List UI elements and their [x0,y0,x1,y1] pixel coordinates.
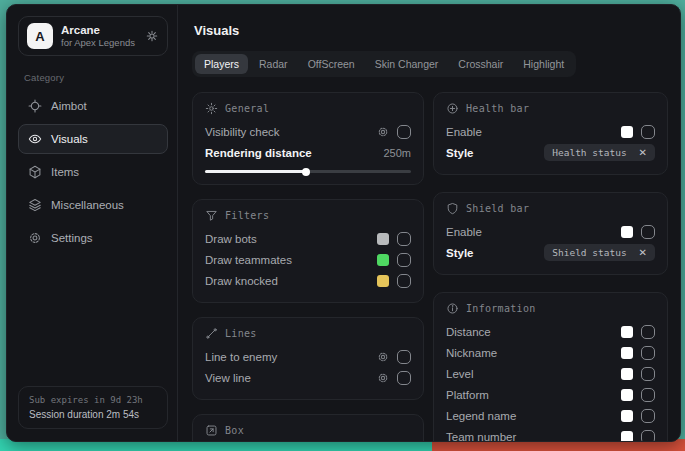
option-label: Enable [446,226,482,238]
gear-icon[interactable] [145,29,159,43]
color-swatch[interactable] [621,389,633,401]
option-label: Draw knocked [205,275,278,287]
checkbox-distance[interactable] [641,325,655,339]
color-swatch[interactable] [621,347,633,359]
card-health-bar-header: Health bar [446,102,655,115]
category-label: Category [24,72,162,83]
shield-style-select[interactable]: Shield status ✕ [544,244,655,261]
app-logo: A [27,23,53,49]
layers-icon [28,198,42,212]
option-row-level: Level [446,363,655,384]
color-swatch[interactable] [621,126,633,138]
option-label: Platform [446,389,489,401]
tab-skin-changer[interactable]: Skin Changer [366,54,448,74]
content-area: General Visibility check [192,92,668,441]
option-row-health-enable: Enable [446,121,655,142]
checkbox-nickname[interactable] [641,346,655,360]
card-title: Box [225,425,244,436]
option-row-team-number: Team number [446,426,655,441]
checkbox-level[interactable] [641,367,655,381]
sidebar-item-items[interactable]: Items [18,157,168,187]
card-shield-bar: Shield bar Enable Style Shield status [433,192,668,275]
selected-value: Health status [552,147,626,158]
card-general: General Visibility check [192,92,424,185]
checkbox-legend-name[interactable] [641,409,655,423]
shield-icon [446,202,459,215]
rendering-distance-slider[interactable] [205,170,411,173]
color-swatch[interactable] [377,233,389,245]
color-swatch[interactable] [621,368,633,380]
sidebar-item-aimbot[interactable]: Aimbot [18,91,168,121]
color-swatch[interactable] [377,275,389,287]
sidebar-item-miscellaneous[interactable]: Miscellaneous [18,190,168,220]
sidebar-item-label: Items [51,166,79,178]
checkbox-platform[interactable] [641,388,655,402]
sub-expires-text: Sub expires in 9d 23h [29,395,157,405]
option-row-draw-teammates: Draw teammates [205,249,411,270]
sidebar-item-label: Visuals [51,133,88,145]
gear-icon[interactable] [377,351,389,363]
option-row-visibility-check: Visibility check [205,121,411,142]
option-label: Visibility check [205,126,280,138]
color-swatch[interactable] [621,431,633,442]
color-swatch[interactable] [377,254,389,266]
color-swatch[interactable] [621,326,633,338]
gear-icon[interactable] [377,126,389,138]
option-row-rendering-distance: Rendering distance 250m [205,142,411,163]
card-lines-header: Lines [205,327,411,340]
sidebar-item-visuals[interactable]: Visuals [18,124,168,154]
app-subtitle: for Apex Legends [61,37,135,49]
tab-players[interactable]: Players [195,54,248,74]
card-title: General [225,103,269,114]
checkbox-team-number[interactable] [641,430,655,442]
checkbox-draw-knocked[interactable] [397,274,411,288]
checkbox-health-enable[interactable] [641,125,655,139]
tab-radar[interactable]: Radar [250,54,297,74]
option-label: View line [205,372,251,384]
checkbox-shield-enable[interactable] [641,225,655,239]
slider-thumb[interactable] [302,168,310,176]
card-title: Shield bar [466,203,529,214]
card-general-header: General [205,102,411,115]
tab-crosshair[interactable]: Crosshair [449,54,512,74]
sidebar: A Arcane for Apex Legends Category Aimbo… [7,5,178,441]
option-row-nickname: Nickname [446,342,655,363]
brightness-icon [205,102,218,115]
tab-highlight[interactable]: Highlight [514,54,573,74]
gear-icon[interactable] [377,372,389,384]
color-swatch[interactable] [621,410,633,422]
health-style-select[interactable]: Health status ✕ [544,144,655,161]
checkbox-view-line[interactable] [397,371,411,385]
tab-offscreen[interactable]: OffScreen [299,54,364,74]
option-label: Draw bots [205,233,257,245]
option-row-platform: Platform [446,384,655,405]
option-label: Enable [446,126,482,138]
sidebar-item-settings[interactable]: Settings [18,223,168,253]
option-label: Team number [446,431,516,442]
page-title: Visuals [194,23,668,38]
color-swatch[interactable] [621,226,633,238]
close-icon[interactable]: ✕ [639,248,647,258]
option-row-draw-bots: Draw bots [205,228,411,249]
checkbox-draw-bots[interactable] [397,232,411,246]
option-row-shield-style: Style Shield status ✕ [446,242,655,263]
card-filters: Filters Draw bots Draw teammates [192,199,424,303]
slider-fill [205,170,306,173]
option-label: Level [446,368,474,380]
option-row-draw-knocked: Draw knocked [205,270,411,291]
checkbox-visibility-check[interactable] [397,125,411,139]
checkbox-draw-teammates[interactable] [397,253,411,267]
circle-plus-icon [446,102,459,115]
card-information: Information Distance Nickname [433,292,668,441]
close-icon[interactable]: ✕ [639,148,647,158]
selected-value: Shield status [552,247,626,258]
checkbox-line-to-enemy[interactable] [397,350,411,364]
option-row-distance: Distance [446,321,655,342]
card-lines: Lines Line to enemy [192,317,424,400]
card-title: Health bar [466,103,529,114]
app-name: Arcane [61,23,135,37]
sidebar-item-label: Aimbot [51,100,87,112]
eye-icon [28,132,42,146]
card-title: Filters [225,210,269,221]
app-window: A Arcane for Apex Legends Category Aimbo… [6,4,681,442]
